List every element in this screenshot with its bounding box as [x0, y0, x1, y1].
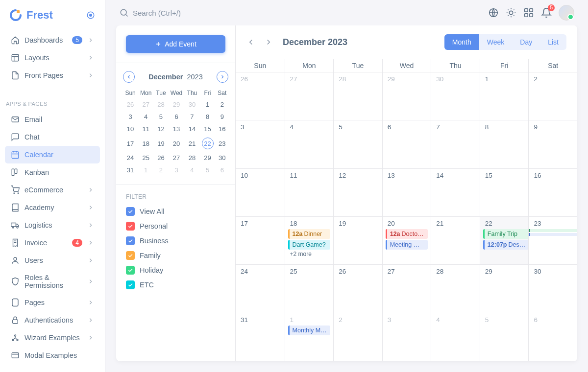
day-cell[interactable]: 21 [431, 217, 480, 265]
day-cell[interactable]: 8 [480, 120, 529, 168]
filter-personal[interactable]: Personal [126, 222, 225, 231]
calendar-event[interactable]: Family Trip [483, 229, 529, 239]
mini-day[interactable]: 2 [154, 164, 168, 176]
mini-day[interactable]: 18 [138, 135, 154, 152]
day-cell[interactable]: 22Family Trip12:07pDesign Review [480, 217, 529, 265]
day-cell[interactable]: 5 [480, 313, 529, 361]
mini-cal-next[interactable] [217, 71, 228, 83]
mini-day[interactable]: 6 [168, 111, 185, 123]
view-week[interactable]: Week [479, 34, 513, 50]
mini-day[interactable]: 10 [123, 123, 138, 135]
add-event-button[interactable]: Add Event [126, 35, 225, 53]
mini-day[interactable]: 27 [138, 98, 154, 111]
global-search[interactable]: Search (Ctrl+/) [119, 8, 482, 18]
day-cell[interactable]: 29 [382, 72, 431, 120]
mini-day[interactable]: 15 [199, 123, 216, 135]
user-avatar[interactable] [559, 5, 574, 21]
calendar-event[interactable] [528, 229, 577, 232]
mini-day[interactable]: 29 [199, 152, 216, 164]
nav-item-ecommerce[interactable]: eCommerce [5, 181, 100, 199]
nav-item-front-pages[interactable]: Front Pages [5, 67, 100, 84]
nav-item-calendar[interactable]: Calendar [5, 146, 100, 163]
theme-icon[interactable] [506, 7, 516, 18]
day-cell[interactable]: 31 [236, 313, 285, 361]
mini-day[interactable]: 17 [123, 135, 138, 152]
mini-day[interactable]: 11 [138, 123, 154, 135]
day-cell[interactable]: 1812aDinnerDart Game?+2 more [285, 217, 334, 265]
mini-day[interactable]: 5 [199, 164, 216, 176]
day-cell[interactable]: 1Monthly Meeting [285, 313, 334, 361]
nav-item-authentications[interactable]: Authentications [5, 311, 100, 329]
day-cell[interactable]: 13 [382, 169, 431, 217]
nav-item-dashboards[interactable]: Dashboards5 [5, 31, 100, 49]
mini-day[interactable]: 2 [216, 98, 229, 111]
mini-day[interactable]: 5 [154, 111, 168, 123]
apps-grid-icon[interactable] [523, 7, 534, 18]
mini-day[interactable]: 1 [138, 164, 154, 176]
day-cell[interactable]: 10 [236, 169, 285, 217]
mini-day[interactable]: 28 [154, 98, 168, 111]
day-cell[interactable]: 16 [528, 169, 577, 217]
mini-day[interactable]: 26 [123, 98, 138, 111]
day-cell[interactable]: 26 [236, 72, 285, 120]
day-cell[interactable]: 4 [431, 313, 480, 361]
day-cell[interactable]: 11 [285, 169, 334, 217]
day-cell[interactable]: 25 [285, 265, 334, 313]
day-cell[interactable]: 17 [236, 217, 285, 265]
day-cell[interactable]: 14 [431, 169, 480, 217]
day-cell[interactable]: 6 [528, 313, 577, 361]
cal-next-button[interactable] [264, 38, 273, 46]
mini-day[interactable]: 19 [154, 135, 168, 152]
calendar-event[interactable]: Dart Game? [288, 240, 331, 250]
mini-day[interactable]: 30 [185, 98, 199, 111]
language-icon[interactable] [488, 7, 499, 18]
day-cell[interactable]: 9 [528, 120, 577, 168]
nav-item-layouts[interactable]: Layouts [5, 49, 100, 67]
calendar-event[interactable]: 12:07pDesign Review [483, 240, 529, 250]
notifications-icon[interactable]: 5 [541, 7, 552, 18]
mini-day[interactable]: 12 [154, 123, 168, 135]
mini-day[interactable]: 4 [138, 111, 154, 123]
day-cell[interactable]: 27 [285, 72, 334, 120]
mini-day[interactable]: 3 [123, 111, 138, 123]
day-cell[interactable]: 28 [333, 72, 382, 120]
mini-day[interactable]: 31 [123, 164, 138, 176]
filter-business[interactable]: Business [126, 236, 225, 245]
day-cell[interactable]: 1 [480, 72, 529, 120]
mini-day[interactable]: 30 [216, 152, 229, 164]
calendar-event[interactable]: Meeting With Client [386, 240, 428, 250]
mini-day[interactable]: 1 [199, 98, 216, 111]
mini-day[interactable]: 14 [185, 123, 199, 135]
mini-day[interactable]: 26 [154, 152, 168, 164]
radio-pin-icon[interactable] [86, 11, 95, 20]
nav-item-academy[interactable]: Academy [5, 199, 100, 216]
mini-day[interactable]: 4 [185, 164, 199, 176]
day-cell[interactable]: 12 [333, 169, 382, 217]
mini-day[interactable]: 21 [185, 135, 199, 152]
day-cell[interactable]: 7 [431, 120, 480, 168]
mini-day[interactable]: 25 [138, 152, 154, 164]
day-cell[interactable]: 5 [333, 120, 382, 168]
mini-day[interactable]: 3 [168, 164, 185, 176]
day-cell[interactable]: 26 [333, 265, 382, 313]
mini-day[interactable]: 7 [185, 111, 199, 123]
filter-family[interactable]: Family [126, 251, 225, 260]
mini-cal-prev[interactable] [123, 71, 135, 83]
day-cell[interactable]: 2 [333, 313, 382, 361]
day-cell[interactable]: 19 [333, 217, 382, 265]
mini-day[interactable]: 29 [168, 98, 185, 111]
mini-day[interactable]: 20 [168, 135, 185, 152]
calendar-event[interactable]: 12aDoctor's Appointment [386, 229, 428, 239]
day-cell[interactable]: 4 [285, 120, 334, 168]
view-month[interactable]: Month [444, 34, 479, 50]
filter-view-all[interactable]: View All [126, 207, 225, 216]
day-cell[interactable]: 27 [382, 265, 431, 313]
mini-day[interactable]: 28 [185, 152, 199, 164]
mini-day[interactable]: 22 [199, 135, 216, 152]
mini-day[interactable]: 16 [216, 123, 229, 135]
day-cell[interactable]: 23 [528, 217, 577, 265]
day-cell[interactable]: 24 [236, 265, 285, 313]
nav-item-email[interactable]: Email [5, 111, 100, 128]
mini-day[interactable]: 13 [168, 123, 185, 135]
calendar-event[interactable]: 12aDinner [288, 229, 331, 239]
